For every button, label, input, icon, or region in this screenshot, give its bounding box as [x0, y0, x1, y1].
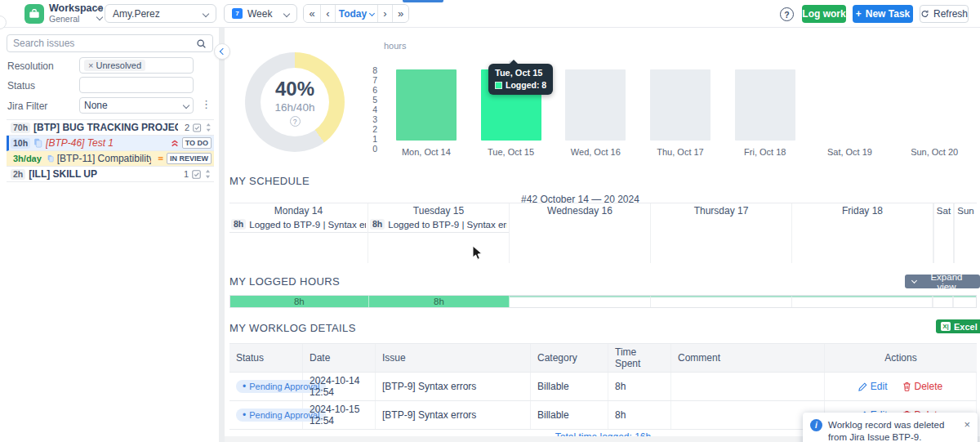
search-input[interactable] [13, 38, 196, 49]
schedule-day-friday[interactable]: Friday 18 [792, 203, 933, 263]
log-work-button[interactable]: Log work [802, 5, 846, 23]
search-box [7, 34, 213, 52]
x-axis-label: Sat, Oct 19 [808, 147, 893, 157]
expand-view-button[interactable]: Expand view [905, 275, 980, 288]
y-tick: 8 [372, 65, 377, 75]
sidebar-collapse-button[interactable] [214, 43, 230, 60]
sort-handle-icon[interactable] [205, 123, 212, 132]
refresh-button[interactable]: Refresh [920, 5, 969, 23]
bar-slot[interactable]: Wed, Oct 16 [553, 69, 638, 141]
issue-list: 70h [BTP] BUG TRACKING PROJECT 2 10h [7, 119, 214, 182]
status-field[interactable] [79, 77, 194, 93]
view-mode-select[interactable]: 7 Week [224, 4, 297, 23]
schedule-day-tuesday[interactable]: Tuesday 15 8h Logged to BTP-9 | Syntax e… [368, 203, 510, 263]
workspace-switcher-icon[interactable] [97, 7, 102, 20]
logged-cell-thursday[interactable] [651, 296, 792, 307]
remove-tag-icon[interactable]: × [88, 60, 93, 70]
priority-medium-icon [158, 155, 163, 162]
issue-row-btp-11[interactable]: 3h/day [BTP-11] Compatibility defects IN… [7, 151, 214, 167]
chevron-down-icon [369, 11, 375, 16]
schedule-entry[interactable]: 8h Logged to BTP-9 | Syntax errors [229, 217, 368, 233]
logged-cell-wednesday[interactable] [510, 296, 651, 307]
expand-view-label: Expand view [920, 272, 973, 292]
workspace-label[interactable]: Workspace General [49, 3, 103, 24]
resolution-field[interactable]: × Unresolved [79, 57, 194, 74]
plus-icon: + [856, 8, 862, 20]
workspace-icon[interactable] [24, 4, 44, 24]
day-header: Thursday 17 [651, 203, 791, 217]
nav-last-button[interactable]: » [392, 5, 408, 22]
bar-slot[interactable]: Sun, Oct 20 [892, 69, 977, 141]
sort-handle-icon[interactable] [204, 169, 212, 179]
export-excel-button[interactable]: Excel [936, 319, 980, 333]
nav-prev-button[interactable]: ‹ [320, 5, 335, 22]
logged-bar[interactable] [396, 69, 457, 141]
worklog-issue[interactable]: [BTP-9] Syntax errors [376, 401, 531, 429]
toast-close-icon[interactable]: × [964, 419, 970, 442]
toast-message: Worklog record was deleted from Jira Iss… [828, 419, 958, 442]
schedule-day-sunday[interactable]: Sun [954, 203, 977, 263]
scheduled-bar[interactable] [650, 69, 710, 141]
worklog-issue[interactable]: [BTP-9] Syntax errors [376, 373, 531, 400]
panel-handle[interactable] [0, 16, 7, 29]
worklog-table-header: Status Date Issue Category Time Spent Co… [229, 343, 977, 373]
schedule-day-wednesday[interactable]: Wednesday 16 [510, 203, 651, 263]
schedule-entry[interactable]: 8h Logged to BTP-9 | Syntax errors [368, 217, 509, 233]
nav-first-button[interactable]: « [304, 5, 320, 22]
chevron-down-icon [183, 102, 189, 109]
bar-slot[interactable]: Fri, Oct 18 [723, 69, 808, 141]
day-header: Friday 18 [792, 203, 933, 217]
day-header: Sun [955, 203, 977, 217]
logged-cell-friday[interactable] [792, 296, 933, 307]
col-actions: Actions [825, 344, 977, 372]
scheduled-bar[interactable] [735, 69, 795, 141]
logged-cell-monday[interactable]: 8h [230, 296, 369, 307]
help-button[interactable]: ? [780, 7, 794, 21]
checkbox-icon[interactable] [192, 170, 201, 179]
schedule-day-saturday[interactable]: Sat [933, 203, 954, 263]
logged-cell-tuesday[interactable]: 8h [369, 296, 510, 307]
nav-next-button[interactable]: › [377, 5, 392, 22]
donut-percent: 40% [275, 78, 314, 100]
y-tick: 7 [372, 75, 377, 85]
logged-cell-saturday[interactable] [933, 296, 953, 307]
task-doc-icon [33, 138, 42, 148]
scheduled-bar[interactable] [565, 69, 626, 141]
trash-icon [902, 382, 911, 391]
issue-count: 2 [185, 123, 189, 132]
issue-count: 1 [184, 169, 189, 179]
chevron-down-icon [96, 14, 103, 20]
y-tick: 3 [372, 114, 377, 124]
bar-slot[interactable]: Mon, Oct 14 [384, 69, 469, 141]
issue-row-project-ill[interactable]: 2h [ILL] SKILL UP 1 [7, 167, 214, 182]
donut-help-icon[interactable]: ? [290, 116, 301, 127]
issue-row-project-btp[interactable]: 70h [BTP] BUG TRACKING PROJECT 2 [7, 120, 214, 136]
delete-worklog-button[interactable]: Delete [902, 381, 943, 392]
nav-today-button[interactable]: Today [335, 5, 377, 22]
user-select[interactable]: Amy.Perez [105, 4, 216, 23]
schedule-day-monday[interactable]: Monday 14 8h Logged to BTP-9 | Syntax er… [229, 203, 368, 263]
more-options-icon[interactable]: ⋮ [201, 98, 212, 110]
new-task-label: New Task [866, 8, 910, 20]
worklog-category: Billable [531, 373, 608, 400]
new-task-button[interactable]: + New Task [853, 5, 913, 23]
checkbox-icon[interactable] [193, 123, 201, 132]
logged-cell-sunday[interactable] [953, 296, 976, 307]
y-tick: 6 [372, 85, 377, 95]
bar-slot[interactable]: Thu, Oct 17 [638, 69, 723, 141]
jira-filter-select[interactable]: None [79, 97, 194, 114]
issue-title: [ILL] SKILL UP [29, 168, 97, 180]
chevron-down-icon [283, 10, 290, 16]
edit-worklog-button[interactable]: Edit [858, 381, 888, 392]
sidebar-divider[interactable] [219, 28, 225, 442]
bar-slot[interactable]: Sat, Oct 19 [808, 69, 893, 141]
notification-toast: i Worklog record was deleted from Jira I… [803, 413, 978, 442]
entry-text: Logged to BTP-9 | Syntax errors [249, 220, 366, 230]
worklog-comment [671, 373, 825, 400]
issue-row-btp-46[interactable]: 10h [BTP-46] Test 1 TO DO [7, 136, 214, 151]
chevron-up-icon [96, 7, 103, 13]
resolution-label: Resolution [7, 60, 54, 72]
chevron-down-icon [911, 278, 917, 284]
calendar-week-icon: 7 [232, 8, 243, 19]
schedule-day-thursday[interactable]: Thursday 17 [651, 203, 792, 263]
